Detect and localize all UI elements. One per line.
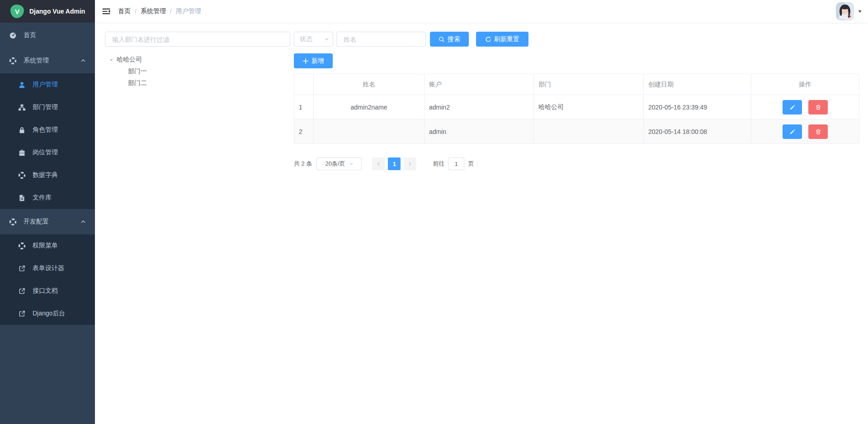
cell-index: 1 — [294, 95, 314, 119]
sidebar-item-label: 表单设计器 — [33, 264, 64, 272]
cell-actions — [751, 119, 859, 144]
briefcase-icon — [18, 149, 26, 157]
tree-node-label: 哈哈公司 — [117, 56, 142, 64]
edit-button[interactable] — [783, 124, 802, 139]
chevron-left-icon — [376, 162, 381, 166]
search-icon — [439, 36, 445, 43]
sidebar-item-django-admin[interactable]: Django后台 — [0, 302, 95, 325]
sidebar-group-dev[interactable]: 开发配置 — [0, 209, 95, 234]
sidebar-item-form-designer[interactable]: 表单设计器 — [0, 257, 95, 280]
sidebar-item-label: 角色管理 — [33, 126, 58, 134]
cell-name: admin2name — [314, 95, 425, 119]
component-icon — [18, 242, 26, 250]
sidebar-item-users[interactable]: 用户管理 — [0, 73, 95, 96]
search-button-label: 搜索 — [448, 35, 460, 43]
sidebar-item-label: 接口文档 — [33, 287, 58, 295]
sidebar-item-label: 文件库 — [33, 194, 52, 202]
sidebar-item-dictionary[interactable]: 数据字典 — [0, 164, 95, 186]
external-link-icon — [18, 287, 26, 295]
sidebar-group-system[interactable]: 系统管理 — [0, 48, 95, 73]
sidebar-menu: 首页 系统管理 用户管理 — [0, 23, 95, 424]
navbar-right — [836, 2, 862, 20]
tree-node-dept2[interactable]: 部门二 — [105, 77, 290, 89]
tree-node-dept1[interactable]: 部门一 — [105, 66, 290, 77]
column-header-name: 姓名 — [314, 74, 425, 95]
prev-page-button[interactable] — [372, 157, 385, 170]
caret-down-icon[interactable] — [109, 58, 113, 62]
user-icon — [18, 81, 26, 89]
add-user-button[interactable]: 新增 — [294, 53, 333, 68]
trash-icon — [815, 129, 821, 135]
external-link-icon — [18, 310, 26, 318]
plus-icon — [302, 58, 309, 64]
pagination: 共 2 条 20条/页 1 — [294, 157, 859, 170]
cell-index: 2 — [294, 119, 314, 144]
next-page-button[interactable] — [404, 157, 416, 170]
chevron-down-icon — [324, 37, 329, 42]
chevron-up-icon — [80, 58, 86, 63]
logo-icon: V — [10, 5, 24, 18]
cell-created: 2020-05-16 23:39:49 — [644, 95, 751, 119]
department-tree: 哈哈公司 部门一 部门二 — [105, 54, 290, 89]
table-header-row: 姓名 账户 部门 创建日期 操作 — [294, 74, 859, 95]
breadcrumb-system[interactable]: 系统管理 — [141, 7, 166, 15]
edit-button[interactable] — [783, 100, 802, 114]
status-select[interactable]: 状态 — [294, 32, 333, 47]
main-area: 首页 / 系统管理 / 用户管理 — [95, 0, 868, 424]
page-size-select[interactable]: 20条/页 — [316, 157, 362, 170]
sidebar-item-label: 权限菜单 — [33, 242, 58, 250]
refresh-reset-button[interactable]: 刷新重置 — [476, 32, 528, 47]
goto-page-input[interactable] — [448, 157, 464, 170]
sidebar: V Django Vue Admin 首页 系统管理 — [0, 0, 95, 424]
table-row: 2 admin 2020-05-14 18:00:08 — [294, 119, 859, 144]
cell-created: 2020-05-14 18:00:08 — [644, 119, 751, 144]
column-header-department: 部门 — [534, 74, 644, 95]
chevron-down-icon — [349, 162, 354, 166]
sidebar-item-roles[interactable]: 角色管理 — [0, 119, 95, 141]
breadcrumb-home[interactable]: 首页 — [118, 7, 131, 15]
component-icon — [9, 57, 17, 65]
page-number-button[interactable]: 1 — [388, 157, 401, 170]
sidebar-item-departments[interactable]: 部门管理 — [0, 96, 95, 119]
search-button[interactable]: 搜索 — [430, 32, 469, 47]
avatar[interactable] — [836, 2, 854, 20]
goto-label: 前往 — [433, 160, 444, 168]
tree-node-company[interactable]: 哈哈公司 — [105, 54, 290, 66]
department-filter-input[interactable] — [105, 32, 290, 47]
tree-node-label: 部门二 — [128, 79, 147, 87]
delete-button[interactable] — [808, 100, 828, 114]
tree-node-label: 部门一 — [128, 67, 147, 76]
column-header-index — [294, 74, 314, 95]
caret-down-icon[interactable] — [858, 9, 862, 14]
edit-icon — [789, 129, 796, 135]
column-header-actions: 操作 — [751, 74, 859, 95]
delete-button[interactable] — [808, 124, 828, 139]
sidebar-item-files[interactable]: 文件库 — [0, 186, 95, 209]
refresh-button-label: 刷新重置 — [494, 35, 519, 43]
breadcrumb-separator: / — [135, 8, 137, 15]
sidebar-item-label: 部门管理 — [33, 103, 58, 111]
sidebar-item-posts[interactable]: 岗位管理 — [0, 141, 95, 164]
sidebar-item-permission-menu[interactable]: 权限菜单 — [0, 234, 95, 257]
hamburger-icon[interactable] — [102, 7, 111, 16]
user-table: 姓名 账户 部门 创建日期 操作 1 admin2name admin2 哈哈公 — [294, 74, 859, 144]
column-header-account: 账户 — [425, 74, 534, 95]
tree-icon — [18, 104, 26, 111]
column-header-created: 创建日期 — [644, 74, 751, 95]
filter-toolbar: 状态 搜索 — [294, 32, 859, 47]
add-button-label: 新增 — [311, 57, 324, 65]
document-icon — [18, 194, 26, 202]
table-row: 1 admin2name admin2 哈哈公司 2020-05-16 23:3… — [294, 95, 859, 119]
breadcrumb-current: 用户管理 — [176, 7, 201, 15]
lock-icon — [18, 126, 26, 134]
department-panel: 哈哈公司 部门一 部门二 — [105, 32, 290, 424]
sidebar-item-home[interactable]: 首页 — [0, 23, 95, 48]
page-size-value: 20条/页 — [325, 160, 345, 168]
status-select-placeholder: 状态 — [300, 35, 312, 43]
name-search-input[interactable] — [336, 32, 426, 47]
sidebar-group-label: 开发配置 — [24, 218, 49, 226]
dashboard-icon — [9, 32, 17, 39]
sidebar-item-api-docs[interactable]: 接口文档 — [0, 280, 95, 302]
breadcrumb-separator: / — [170, 8, 172, 15]
navbar: 首页 / 系统管理 / 用户管理 — [95, 0, 868, 23]
